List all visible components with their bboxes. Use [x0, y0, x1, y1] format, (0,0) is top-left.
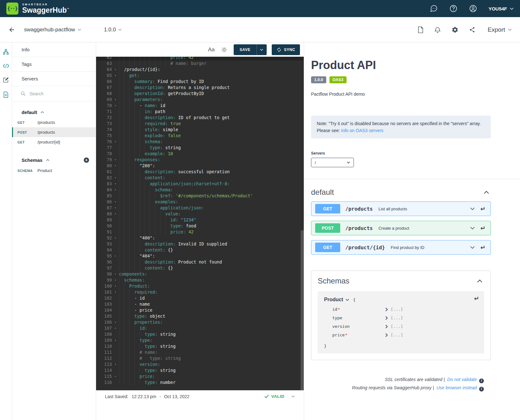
- line-number[interactable]: 66: [96, 79, 112, 85]
- fold-marker-icon[interactable]: ▾: [112, 103, 119, 109]
- default-section-header[interactable]: default: [12, 108, 96, 118]
- fold-marker-icon[interactable]: ▾: [112, 235, 119, 241]
- code-line[interactable]: 74style: simple: [96, 127, 304, 133]
- line-number[interactable]: 79: [96, 157, 112, 163]
- fold-marker-icon[interactable]: ▾: [112, 139, 119, 145]
- code-line[interactable]: 90type: food: [96, 223, 304, 229]
- code-line[interactable]: 111# name:: [96, 349, 304, 355]
- code-line[interactable]: 84▾schema:: [96, 187, 304, 193]
- operation-row[interactable]: POST/productsCreate a product↵: [311, 221, 491, 235]
- code-line[interactable]: 99▾schemas:: [96, 277, 304, 283]
- code-line[interactable]: 79▾responses:: [96, 157, 304, 163]
- theme-toggle-icon[interactable]: [221, 47, 227, 53]
- line-number[interactable]: 83: [96, 181, 112, 187]
- fold-marker-icon[interactable]: ▾: [112, 157, 119, 163]
- save-menu-caret[interactable]: [257, 44, 267, 55]
- code-line[interactable]: 107▾id:: [96, 325, 304, 331]
- fold-marker-icon[interactable]: ▾: [112, 199, 119, 205]
- code-line[interactable]: 97content: {}: [96, 265, 304, 271]
- sidebar-route[interactable]: GET/product/{id}: [12, 137, 96, 147]
- code-line[interactable]: 115▾price:: [96, 373, 304, 379]
- chevron-down-icon[interactable]: [470, 227, 475, 230]
- default-tag-header[interactable]: default: [311, 188, 491, 197]
- line-number[interactable]: 103: [96, 301, 112, 307]
- oas3-servers-link[interactable]: info on OAS3 servers: [341, 128, 383, 133]
- code-line[interactable]: 106▾properties:: [96, 319, 304, 325]
- fold-marker-icon[interactable]: ▾: [112, 67, 119, 73]
- line-number[interactable]: 109: [96, 337, 112, 343]
- line-number[interactable]: 113: [96, 361, 112, 367]
- line-number[interactable]: 77: [96, 145, 112, 151]
- use-browser-link[interactable]: Use browser instead: [436, 385, 477, 390]
- code-line[interactable]: 83▾application/json;charset=utf-8:: [96, 181, 304, 187]
- line-number[interactable]: 93: [96, 241, 112, 247]
- export-menu[interactable]: Export: [488, 26, 512, 33]
- line-number[interactable]: 64: [96, 67, 112, 73]
- code-line[interactable]: 66summary: Find product by ID: [96, 79, 304, 85]
- line-number[interactable]: 88: [96, 211, 112, 217]
- code-line[interactable]: 75explode: false: [96, 133, 304, 139]
- expand-toggle-icon[interactable]: [385, 308, 388, 311]
- code-line[interactable]: 104- price: [96, 307, 304, 313]
- line-number[interactable]: 90: [96, 223, 112, 229]
- code-line[interactable]: 98▾components:: [96, 271, 304, 277]
- operation-row[interactable]: GET/product/{id}Find product by ID↵: [311, 240, 491, 255]
- line-number[interactable]: 89: [96, 217, 112, 223]
- line-number[interactable]: 96: [96, 259, 112, 265]
- line-number[interactable]: 91: [96, 229, 112, 235]
- sidebar-schema-item[interactable]: SCHEMAProduct: [12, 166, 96, 175]
- share-icon[interactable]: [469, 26, 475, 33]
- line-number[interactable]: 111: [96, 349, 112, 355]
- fold-marker-icon[interactable]: ▾: [112, 253, 119, 259]
- code-line[interactable]: 100▾Product:: [96, 283, 304, 289]
- visual-editor-icon[interactable]: [3, 77, 9, 83]
- fold-marker-icon[interactable]: ▾: [112, 181, 119, 187]
- fold-marker-icon[interactable]: ▾: [112, 337, 119, 343]
- fold-marker-icon[interactable]: ▾: [112, 277, 119, 283]
- expand-toggle-icon[interactable]: [385, 325, 388, 328]
- code-line[interactable]: 103- name: [96, 301, 304, 307]
- back-button[interactable]: [8, 26, 15, 33]
- help-icon[interactable]: [449, 4, 458, 13]
- line-number[interactable]: 97: [96, 265, 112, 271]
- line-number[interactable]: 68: [96, 91, 112, 97]
- user-menu[interactable]: YOU54F: [489, 6, 514, 11]
- api-hub-icon[interactable]: [3, 49, 9, 55]
- fold-marker-icon[interactable]: ▾: [112, 361, 119, 367]
- line-number[interactable]: 87: [96, 205, 112, 211]
- line-number[interactable]: 78: [96, 151, 112, 157]
- line-number[interactable]: 99: [96, 277, 112, 283]
- code-line[interactable]: 87▾application/json:: [96, 205, 304, 211]
- line-number[interactable]: 92: [96, 235, 112, 241]
- line-number[interactable]: 72: [96, 115, 112, 121]
- code-line[interactable]: 92▾"400":: [96, 235, 304, 241]
- code-line[interactable]: 81description: successful operation: [96, 169, 304, 175]
- line-number[interactable]: 70: [96, 103, 112, 109]
- notifications-icon[interactable]: [434, 26, 441, 33]
- line-number[interactable]: 105: [96, 313, 112, 319]
- code-line[interactable]: 109▾type:: [96, 337, 304, 343]
- line-number[interactable]: 102: [96, 295, 112, 301]
- line-number[interactable]: 71: [96, 109, 112, 115]
- code-line[interactable]: 65▾get:: [96, 73, 304, 79]
- fold-marker-icon[interactable]: ▾: [112, 211, 119, 217]
- line-number[interactable]: 69: [96, 97, 112, 103]
- sidebar-route[interactable]: POST/products: [12, 127, 96, 137]
- line-number[interactable]: 98: [96, 271, 112, 277]
- code-line[interactable]: 116type: number: [96, 379, 304, 385]
- fold-marker-icon[interactable]: ▾: [112, 373, 119, 379]
- operation-row[interactable]: GET/productsList all products↵: [311, 201, 491, 216]
- chevron-down-icon[interactable]: [470, 207, 475, 210]
- code-line[interactable]: 112# type: string: [96, 355, 304, 361]
- chevron-down-icon[interactable]: [346, 299, 349, 301]
- code-line[interactable]: 89id: "1234": [96, 217, 304, 223]
- line-number[interactable]: 114: [96, 367, 112, 373]
- code-line[interactable]: 85$ref: '#/components/schemas/Product': [96, 193, 304, 199]
- line-number[interactable]: 75: [96, 133, 112, 139]
- schemas-section-header[interactable]: Schemas: [12, 156, 96, 166]
- line-number[interactable]: 85: [96, 193, 112, 199]
- code-line[interactable]: 72description: ID of product to get: [96, 115, 304, 121]
- docs-icon[interactable]: [3, 92, 9, 98]
- line-number[interactable]: 100: [96, 283, 112, 289]
- line-number[interactable]: 67: [96, 85, 112, 91]
